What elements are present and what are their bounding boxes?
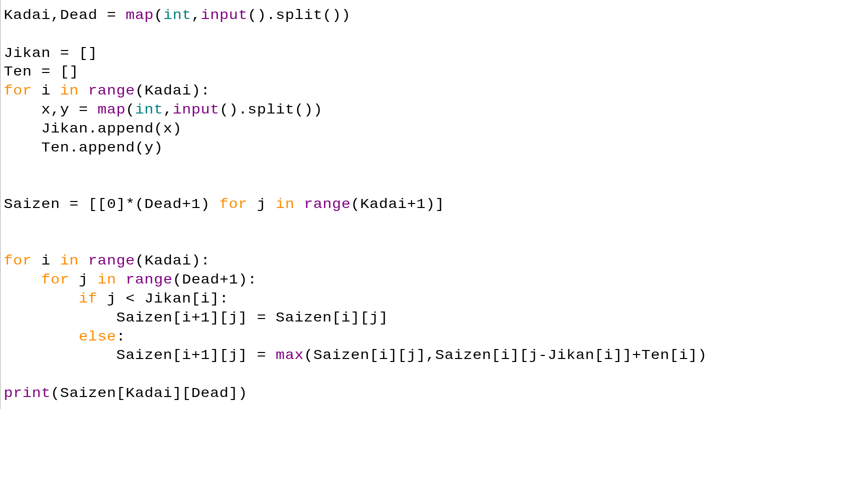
code-line-16: if j < Jikan[i]: bbox=[4, 291, 229, 306]
code-line-6: x,y = map(int,input().split()) bbox=[4, 102, 323, 118]
code-line-8: Ten.append(y) bbox=[4, 140, 164, 156]
code-line-18: else: bbox=[4, 329, 126, 344]
code-line-5: for i in range(Kadai): bbox=[4, 83, 210, 98]
code-line-19: Saizen[i+1][j] = max(Saizen[i][j],Saizen… bbox=[4, 348, 707, 363]
code-line-17: Saizen[i+1][j] = Saizen[i][j] bbox=[4, 310, 388, 326]
code-line-15: for j in range(Dead+1): bbox=[4, 272, 257, 288]
code-line-1: Kadai,Dead = map(int,input().split()) bbox=[4, 8, 351, 23]
code-line-11: Saizen = [[0]*(Dead+1) for j in range(Ka… bbox=[4, 196, 444, 212]
code-line-4: Ten = [] bbox=[4, 64, 79, 80]
code-block: Kadai,Dead = map(int,input().split()) Ji… bbox=[0, 0, 856, 409]
code-line-14: for i in range(Kadai): bbox=[4, 253, 210, 268]
code-line-21: print(Saizen[Kadai][Dead]) bbox=[4, 386, 248, 401]
code-line-7: Jikan.append(x) bbox=[4, 121, 182, 136]
code-line-3: Jikan = [] bbox=[4, 46, 98, 61]
